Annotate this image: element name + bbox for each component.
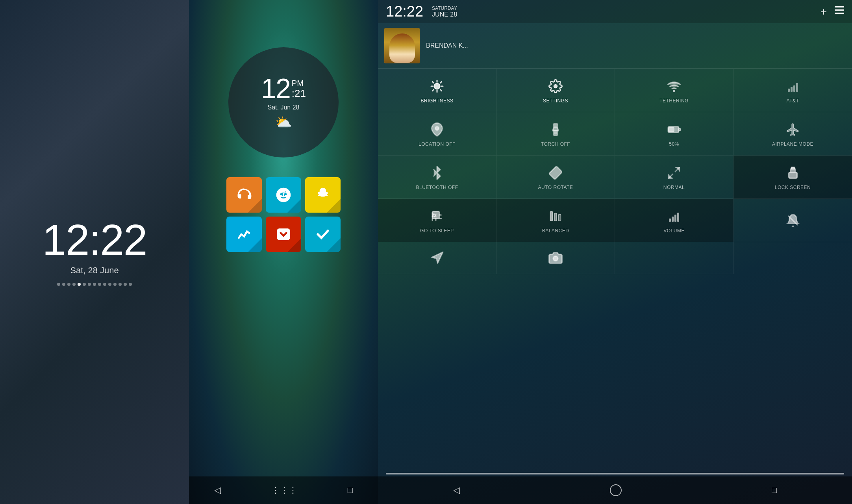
- svg-rect-25: [679, 128, 681, 131]
- tile-navigation[interactable]: [378, 242, 496, 274]
- app-check[interactable]: [305, 217, 341, 252]
- back-button[interactable]: ◁: [214, 485, 221, 495]
- lock-dot: [98, 283, 101, 286]
- tile-brightness[interactable]: BRIGHTNESS: [378, 69, 496, 112]
- header-day-num: JUNE 28: [432, 11, 457, 18]
- svg-text:r/: r/: [281, 190, 285, 197]
- autorotate-label: AUTO ROTATE: [538, 185, 573, 190]
- svg-rect-21: [554, 131, 558, 135]
- ringer-icon: [784, 212, 802, 229]
- tile-settings[interactable]: SETTINGS: [496, 69, 615, 112]
- settings-label: SETTINGS: [543, 98, 568, 104]
- torch-icon: [547, 121, 564, 138]
- tile-airplane[interactable]: AIRPLANE MODE: [733, 112, 852, 156]
- profile-avatar[interactable]: [384, 28, 420, 63]
- tile-sleep[interactable]: Zz GO TO SLEEP: [378, 199, 496, 242]
- brightness-icon: [428, 78, 446, 95]
- lock-time: 12:22: [42, 218, 146, 261]
- lock-dots: [57, 283, 132, 286]
- settings-icon: [547, 78, 564, 95]
- autorotate-icon: [547, 164, 564, 182]
- tile-lockscreen[interactable]: LOCK SCREEN: [733, 156, 852, 199]
- lock-dot-active: [78, 283, 81, 286]
- bluetooth-icon: [428, 164, 446, 182]
- home-button-notif[interactable]: [610, 484, 622, 496]
- tile-battery[interactable]: 50%: [615, 112, 733, 156]
- tile-location[interactable]: LOCATION OFF: [378, 112, 496, 156]
- app-headphones[interactable]: [226, 177, 262, 213]
- lock-dot: [83, 283, 86, 286]
- location-label: LOCATION OFF: [419, 141, 456, 147]
- lock-screen-panel: 12:22 Sat, 28 June: [0, 0, 189, 504]
- recents-button-notif[interactable]: □: [772, 485, 777, 495]
- tile-empty: [615, 242, 733, 274]
- svg-text:Zz: Zz: [432, 213, 437, 217]
- notification-header: 12:22 SATURDAY JUNE 28 +: [378, 0, 852, 23]
- tile-volume[interactable]: VOLUME: [615, 199, 733, 242]
- home-screen-panel: 12 PM :21 Sat, Jun 28 ⛅ r/: [189, 0, 378, 504]
- home-clock-min: :21: [292, 88, 306, 99]
- app-pocket[interactable]: [266, 217, 301, 252]
- tile-normal[interactable]: NORMAL: [615, 156, 733, 199]
- menu-button[interactable]: [835, 6, 844, 18]
- balanced-label: BALANCED: [542, 228, 569, 233]
- lock-dot: [93, 283, 96, 286]
- tile-tethering[interactable]: TETHERING: [615, 69, 733, 112]
- notification-panel: 12:22 SATURDAY JUNE 28 + BRE: [378, 0, 852, 504]
- svg-rect-36: [559, 214, 561, 221]
- header-actions: +: [821, 6, 844, 18]
- app-stocks[interactable]: [226, 217, 262, 252]
- lockscreen-icon: [784, 164, 802, 182]
- sleep-icon: Zz: [428, 208, 446, 225]
- svg-rect-35: [554, 213, 557, 221]
- header-date: SATURDAY JUNE 28: [432, 6, 457, 18]
- home-clock-right: PM :21: [292, 79, 306, 99]
- profile-name: BRENDAN K...: [426, 42, 468, 49]
- lock-dot: [88, 283, 91, 286]
- scroll-thumb: [386, 473, 844, 474]
- svg-rect-27: [549, 166, 562, 180]
- svg-line-13: [432, 82, 433, 83]
- normal-label: NORMAL: [663, 185, 685, 190]
- app-reddit[interactable]: r/: [266, 177, 301, 213]
- lock-dot: [113, 283, 117, 286]
- svg-line-15: [440, 82, 441, 83]
- notif-navigation-bar: ◁ □: [378, 476, 852, 504]
- tile-autorotate[interactable]: AUTO ROTATE: [496, 156, 615, 199]
- lock-dot: [103, 283, 106, 286]
- home-clock-time: 12 PM :21: [261, 75, 306, 102]
- scroll-bar[interactable]: [386, 473, 844, 474]
- svg-marker-38: [432, 252, 443, 263]
- svg-rect-6: [835, 9, 844, 11]
- tile-att[interactable]: AT&T: [733, 69, 852, 112]
- back-button-notif[interactable]: ◁: [453, 485, 460, 495]
- lock-dot: [119, 283, 122, 286]
- add-button[interactable]: +: [821, 6, 827, 18]
- home-navigation-bar: ◁ ⋮⋮⋮ □: [189, 476, 378, 504]
- tile-balanced[interactable]: BALANCED: [496, 199, 615, 242]
- svg-line-16: [432, 89, 433, 91]
- tile-torch[interactable]: TORCH OFF: [496, 112, 615, 156]
- tile-bluetooth[interactable]: BLUETOOTH OFF: [378, 156, 496, 199]
- airplane-icon: [784, 121, 802, 138]
- navigation-icon: [428, 249, 446, 267]
- profile-row: BRENDAN K...: [378, 23, 852, 69]
- app-snapchat[interactable]: [305, 177, 341, 213]
- header-time: 12:22: [386, 3, 423, 20]
- normal-icon: [665, 164, 683, 182]
- att-label: AT&T: [787, 98, 799, 104]
- lock-dot: [129, 283, 132, 286]
- tile-camera[interactable]: [496, 242, 615, 274]
- recents-button[interactable]: □: [348, 485, 353, 495]
- lock-dot: [62, 283, 65, 286]
- lock-dot: [67, 283, 70, 286]
- battery-label: 50%: [669, 141, 679, 147]
- lock-dot: [57, 283, 60, 286]
- tile-ringer[interactable]: [733, 199, 852, 242]
- svg-point-17: [554, 84, 558, 88]
- svg-line-14: [440, 89, 441, 91]
- balanced-icon: [547, 208, 564, 225]
- header-day-name: SATURDAY: [432, 6, 457, 11]
- home-button[interactable]: ⋮⋮⋮: [271, 485, 297, 495]
- camera-icon: [547, 249, 564, 267]
